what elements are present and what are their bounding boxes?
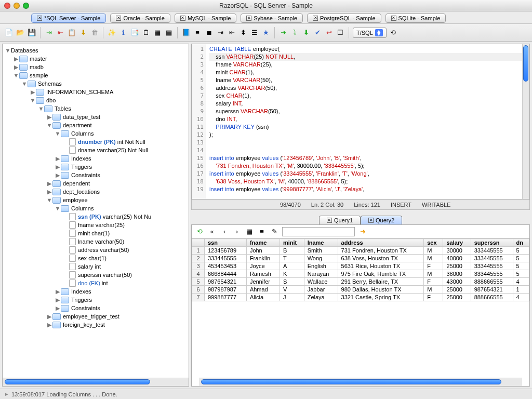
favorite-icon[interactable]: ★: [261, 28, 271, 37]
tree-toggle-icon[interactable]: ▶: [46, 322, 52, 328]
disconnect-icon[interactable]: ⇤: [56, 28, 65, 37]
tree-row[interactable]: ssn (PK) varchar(25) Not Nu: [3, 212, 189, 221]
close-tab-icon[interactable]: ✕: [116, 16, 121, 21]
save-file-icon[interactable]: 💾: [27, 28, 36, 37]
grid-header[interactable]: ssn: [205, 239, 247, 247]
grid-cell[interactable]: 638 Voss, Houston TX: [338, 255, 424, 262]
tree-row[interactable]: ▼Schemas: [3, 79, 189, 88]
tree-row[interactable]: ▶msdb: [3, 63, 189, 71]
tree-row[interactable]: ▼Databases: [3, 46, 189, 55]
tree-row[interactable]: ▼sample: [3, 71, 189, 79]
query-builder-icon[interactable]: 🗒: [141, 28, 151, 37]
grid-cell[interactable]: 5: [513, 247, 529, 255]
rollback-icon[interactable]: ↩: [324, 28, 334, 37]
grid-cell[interactable]: M: [424, 247, 443, 255]
grid-cell[interactable]: Wallace: [304, 278, 338, 286]
outdent-icon[interactable]: ⇤: [227, 28, 236, 37]
grid-cell[interactable]: 453453453: [205, 262, 247, 270]
grid-cell[interactable]: 333445555: [471, 247, 513, 255]
sort-icon[interactable]: ⬍: [238, 28, 248, 37]
tree-row[interactable]: superssn varchar(50): [3, 271, 189, 279]
grid-header[interactable]: sex: [424, 239, 443, 247]
table-icon[interactable]: ▦: [153, 28, 162, 37]
tree-toggle-icon[interactable]: ▶: [46, 180, 52, 187]
grid-cell[interactable]: Franklin: [246, 255, 280, 262]
tree-toggle-icon[interactable]: ▶: [46, 114, 52, 121]
grid-cell[interactable]: A: [280, 262, 304, 270]
grid-cell[interactable]: 999887777: [205, 294, 247, 301]
tree-row[interactable]: ▶Constraints: [3, 304, 189, 312]
tree-toggle-icon[interactable]: ▶: [30, 89, 36, 96]
grid-cell[interactable]: F: [424, 262, 443, 270]
grid-cell[interactable]: 30000: [443, 247, 471, 255]
grid-cell[interactable]: M: [424, 255, 443, 262]
grid-cell[interactable]: Joyce: [246, 262, 280, 270]
tree-row[interactable]: ▶Constraints: [3, 171, 189, 179]
tree-toggle-icon[interactable]: ▼: [55, 205, 61, 211]
copy-icon[interactable]: 📋: [67, 28, 76, 37]
list-icon[interactable]: 📑: [130, 28, 139, 37]
grid-cell[interactable]: M: [424, 270, 443, 278]
language-select[interactable]: T/SQL ▲▼: [353, 28, 387, 38]
edit-icon[interactable]: ✎: [270, 227, 279, 236]
close-tab-icon[interactable]: ✕: [180, 16, 185, 21]
grid-cell[interactable]: 888666555: [471, 294, 513, 301]
prev-page-icon[interactable]: ‹: [220, 227, 229, 236]
refresh-results-icon[interactable]: ⟲: [195, 227, 204, 236]
close-result-tab-icon[interactable]: ✕: [327, 218, 332, 223]
grid-header[interactable]: minit: [280, 239, 304, 247]
grid-cell[interactable]: F: [424, 294, 443, 301]
grid-cell[interactable]: 731 Fondren, Houston TX: [338, 247, 424, 255]
align-left-icon[interactable]: ≡: [193, 28, 202, 37]
tree-toggle-icon[interactable]: ▼: [46, 197, 52, 203]
refresh-icon[interactable]: ⟲: [389, 28, 398, 37]
result-tab[interactable]: ✕Query1: [319, 216, 361, 224]
grid-icon[interactable]: ▤: [164, 28, 174, 37]
grid-cell[interactable]: M: [424, 286, 443, 294]
tree-toggle-icon[interactable]: ▶: [55, 297, 61, 303]
tree-toggle-icon[interactable]: ▶: [55, 155, 61, 162]
grid-header[interactable]: fname: [246, 239, 280, 247]
tree-row[interactable]: salary int: [3, 262, 189, 271]
doc-tab[interactable]: ✕Sybase - Sample: [241, 14, 303, 23]
grid-cell[interactable]: Zelaya: [304, 294, 338, 301]
tree-toggle-icon[interactable]: ▼: [30, 97, 36, 103]
paste-icon[interactable]: ⬇: [78, 28, 88, 37]
tree-toggle-icon[interactable]: ▼: [55, 130, 61, 137]
code-area[interactable]: CREATE TABLE employee( ssn VARCHAR(25) N…: [206, 44, 522, 199]
grid-cell[interactable]: Ahmad: [246, 286, 280, 294]
tree-row[interactable]: ▶Triggers: [3, 163, 189, 171]
close-tab-icon[interactable]: ✕: [37, 16, 42, 21]
stop-icon[interactable]: ☐: [336, 28, 345, 37]
align-center-icon[interactable]: ≣: [204, 28, 214, 37]
grid-cell[interactable]: K: [280, 270, 304, 278]
commit-icon[interactable]: ✔: [313, 28, 322, 37]
tree-row[interactable]: ▼Columns: [3, 129, 189, 138]
result-tab[interactable]: ✕Query2: [361, 216, 402, 224]
tree-row[interactable]: ▶employee_trigger_test: [3, 312, 189, 321]
grid-cell[interactable]: 40000: [443, 255, 471, 262]
grid-cell[interactable]: English: [304, 262, 338, 270]
wizard-icon[interactable]: ✨: [107, 28, 116, 37]
grid-cell[interactable]: 5631 Rice, Houston TX: [338, 262, 424, 270]
grid-cell[interactable]: 123456789: [205, 247, 247, 255]
result-grid[interactable]: ssnfnameminitlnameaddresssexsalarysupers…: [192, 238, 529, 378]
filter-icon[interactable]: ≡: [257, 227, 267, 236]
tree-row[interactable]: ▶Indexes: [3, 287, 189, 296]
export-icon[interactable]: ▦: [245, 227, 254, 236]
new-file-icon[interactable]: 📄: [4, 28, 14, 37]
grid-cell[interactable]: 987654321: [205, 278, 247, 286]
execute-all-icon[interactable]: ⬇: [301, 28, 311, 37]
result-search-input[interactable]: [282, 227, 355, 236]
editor-vertical-scrollbar[interactable]: [522, 44, 529, 199]
tree-row[interactable]: ▼dbo: [3, 96, 189, 104]
grid-cell[interactable]: V: [280, 286, 304, 294]
tree-toggle-icon[interactable]: ▶: [46, 313, 52, 320]
doc-tab[interactable]: ✕*SQL Server - Sample: [31, 14, 106, 23]
doc-tab[interactable]: ✕MySQL - Sample: [175, 14, 236, 23]
tree-toggle-icon[interactable]: ▶: [13, 56, 19, 62]
tree-row[interactable]: ▶dept_locations: [3, 188, 189, 196]
search-go-icon[interactable]: ➜: [358, 227, 367, 236]
grid-cell[interactable]: 5: [513, 255, 529, 262]
tree-row[interactable]: dnumber (PK) int Not Null: [3, 138, 189, 146]
